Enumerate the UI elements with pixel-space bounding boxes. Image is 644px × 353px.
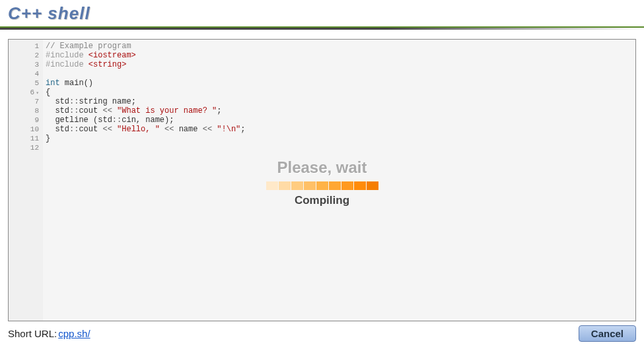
progress-cell bbox=[304, 181, 316, 190]
line-number: 11 bbox=[9, 134, 39, 143]
progress-cell bbox=[341, 181, 353, 190]
code-line[interactable]: // Example program bbox=[46, 42, 635, 51]
code-line[interactable] bbox=[46, 143, 635, 152]
progress-bar bbox=[266, 181, 378, 190]
line-number: 7 bbox=[9, 97, 39, 106]
code-line[interactable]: std::cout << "What is your name? "; bbox=[46, 106, 635, 115]
code-line[interactable]: #include <iostream> bbox=[46, 51, 635, 60]
line-number: 8 bbox=[9, 106, 39, 115]
status-text: Compiling bbox=[9, 194, 635, 207]
line-number: 5 bbox=[9, 79, 39, 88]
wait-text: Please, wait bbox=[9, 158, 635, 177]
main-area: 123456789101112 // Example program#inclu… bbox=[0, 30, 644, 321]
code-line[interactable]: std::string name; bbox=[46, 97, 635, 106]
code-line[interactable]: getline (std::cin, name); bbox=[46, 115, 635, 125]
short-url-link[interactable]: cpp.sh/ bbox=[58, 328, 90, 339]
line-number: 6 bbox=[9, 88, 39, 97]
progress-cell bbox=[354, 181, 366, 190]
line-number: 3 bbox=[9, 60, 39, 69]
line-number: 1 bbox=[9, 42, 39, 51]
progress-cell bbox=[266, 181, 278, 190]
cancel-button[interactable]: Cancel bbox=[579, 325, 636, 342]
header: C++ shell bbox=[0, 0, 644, 26]
progress-cell bbox=[316, 181, 328, 190]
code-line[interactable]: { bbox=[46, 88, 635, 97]
code-line[interactable]: std::cout << "Hello, " << name << "!\n"; bbox=[46, 125, 635, 134]
app-title: C++ shell bbox=[8, 3, 90, 24]
code-line[interactable]: } bbox=[46, 134, 635, 143]
line-number: 9 bbox=[9, 115, 39, 125]
progress-cell bbox=[291, 181, 303, 190]
line-number: 10 bbox=[9, 125, 39, 134]
line-number: 4 bbox=[9, 69, 39, 79]
code-line[interactable]: #include <string> bbox=[46, 60, 635, 69]
footer-bar: Short URL: cpp.sh/ Cancel bbox=[0, 321, 644, 342]
line-number: 2 bbox=[9, 51, 39, 60]
short-url-label: Short URL: bbox=[8, 328, 57, 339]
line-number: 12 bbox=[9, 143, 39, 152]
editor-container: 123456789101112 // Example program#inclu… bbox=[8, 39, 636, 321]
code-line[interactable]: int main() bbox=[46, 79, 635, 88]
code-line[interactable] bbox=[46, 69, 635, 79]
progress-cell bbox=[367, 181, 378, 190]
loading-overlay: Please, wait Compiling bbox=[9, 158, 635, 207]
progress-cell bbox=[279, 181, 291, 190]
progress-cell bbox=[329, 181, 341, 190]
